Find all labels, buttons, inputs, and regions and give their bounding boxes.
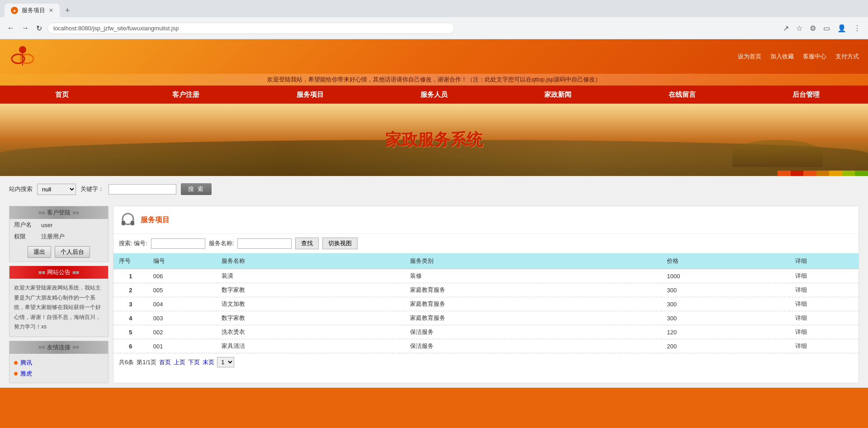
cell-detail-3[interactable]: 详细 xyxy=(790,311,859,325)
friends-header-deco-left: ≡≡ xyxy=(38,344,45,351)
url-bar[interactable]: localhost:8080/jsp_jzfw_site/fuwuxiangmu… xyxy=(47,23,454,34)
main-nav: 首页 客户注册 服务项目 服务人员 家政新闻 在线留言 后台管理 xyxy=(0,86,868,104)
share-icon[interactable]: ↗ xyxy=(781,22,791,34)
bookmark-icon[interactable]: ☆ xyxy=(794,22,804,34)
cell-seq-0: 1 xyxy=(113,269,148,283)
table-row: 6 001 家具清洁 保洁服务 200 详细 xyxy=(113,339,859,353)
search-bar-container: 站内搜索 null 服务项目 服务人员 家政新闻 关键字： 搜 索 xyxy=(0,176,868,201)
login-buttons: 退出 个人后台 xyxy=(9,243,108,262)
nav-message[interactable]: 在线留言 xyxy=(620,86,744,104)
svg-rect-6 xyxy=(131,221,134,225)
nav-news[interactable]: 家政新闻 xyxy=(496,86,620,104)
login-section: ≡≡ 客户登陆 ≡≡ 用户名 user 权限 注册用户 退出 个人后台 xyxy=(9,206,108,262)
search-button[interactable]: 搜 索 xyxy=(181,183,212,195)
pagination-page-select[interactable]: 1 xyxy=(217,357,234,367)
nav-admin[interactable]: 后台管理 xyxy=(744,86,868,104)
friend-link-yahoo[interactable]: 雅虎 xyxy=(14,368,104,379)
left-panel: ≡≡ 客户登陆 ≡≡ 用户名 user 权限 注册用户 退出 个人后台 xyxy=(9,206,108,383)
pagination-first[interactable]: 首页 xyxy=(159,358,171,366)
th-price: 价格 xyxy=(661,253,790,269)
nav-services[interactable]: 服务项目 xyxy=(248,86,372,104)
cell-detail-0[interactable]: 详细 xyxy=(790,269,859,283)
friend-label-yahoo: 雅虎 xyxy=(20,370,32,378)
menu-icon[interactable]: ⋮ xyxy=(852,22,863,34)
th-code: 编号 xyxy=(148,253,217,269)
nav-home[interactable]: 首页 xyxy=(0,86,124,104)
tab-favicon: ● xyxy=(11,7,18,14)
table-row: 4 003 数字家教 家庭教育服务 300 详细 xyxy=(113,311,859,325)
set-homepage-link[interactable]: 设为首页 xyxy=(738,52,761,61)
ss-code-input[interactable] xyxy=(151,238,205,249)
cell-name-4: 洗衣烫衣 xyxy=(216,325,405,339)
login-header-deco-right: ≡≡ xyxy=(72,209,79,216)
table-body: 1 006 装潢 装修 1000 详细 2 005 数字家教 家庭教育服务 30… xyxy=(113,269,859,353)
pagination: 共6条 第1/1页 首页 上页 下页 末页 1 xyxy=(113,353,859,371)
cell-name-2: 语文加教 xyxy=(216,297,405,311)
table-row: 2 005 数字家教 家庭教育服务 300 详细 xyxy=(113,283,859,297)
permission-value: 注册用户 xyxy=(41,233,65,241)
personal-backend-button[interactable]: 个人后台 xyxy=(55,246,90,258)
website: 设为首页 加入收藏 客服中心 支付方式 欢迎登陆我站，希望能给你带来好心情，其他… xyxy=(0,39,868,388)
table-row: 1 006 装潢 装修 1000 详细 xyxy=(113,269,859,283)
customer-service-link[interactable]: 客服中心 xyxy=(803,52,826,61)
ss-name-input[interactable] xyxy=(237,238,292,249)
pagination-next[interactable]: 下页 xyxy=(188,358,200,366)
active-tab[interactable]: ● 服务项目 ✕ xyxy=(5,4,60,17)
login-header-text: 客户登陆 xyxy=(47,209,71,217)
cell-name-3: 数字家教 xyxy=(216,311,405,325)
browser-action-buttons: ↗ ☆ ⚙ ▭ 👤 ⋮ xyxy=(781,22,863,34)
cell-detail-4[interactable]: 详细 xyxy=(790,325,859,339)
extensions-icon[interactable]: ⚙ xyxy=(808,22,818,34)
friends-header: ≡≡ 友情连接 ≡≡ xyxy=(9,341,108,354)
cell-detail-5[interactable]: 详细 xyxy=(790,339,859,353)
search-select[interactable]: null 服务项目 服务人员 家政新闻 xyxy=(37,184,76,195)
close-tab-button[interactable]: ✕ xyxy=(49,7,53,14)
banner-title: 家政服务系统 xyxy=(385,129,483,151)
cell-type-2: 家庭教育服务 xyxy=(405,297,661,311)
friend-link-tencent[interactable]: 腾讯 xyxy=(14,357,104,368)
logout-button[interactable]: 退出 xyxy=(28,246,51,258)
username-value: user xyxy=(41,222,52,228)
forward-button[interactable]: → xyxy=(20,22,31,34)
site-header: 设为首页 加入收藏 客服中心 支付方式 欢迎登陆我站，希望能给你带来好心情，其他… xyxy=(0,39,868,86)
nav-staff[interactable]: 服务人员 xyxy=(372,86,496,104)
new-tab-button[interactable]: + xyxy=(61,4,74,17)
cell-code-4: 002 xyxy=(148,325,217,339)
nav-register[interactable]: 客户注册 xyxy=(124,86,248,104)
cell-seq-2: 3 xyxy=(113,297,148,311)
cell-code-3: 003 xyxy=(148,311,217,325)
cell-name-0: 装潢 xyxy=(216,269,405,283)
logo-area xyxy=(9,43,36,70)
search-bar: 站内搜索 null 服务项目 服务人员 家政新闻 关键字： 搜 索 xyxy=(9,179,859,200)
header-links: 设为首页 加入收藏 客服中心 支付方式 xyxy=(738,52,859,61)
reload-button[interactable]: ↻ xyxy=(34,22,44,34)
friends-body: 腾讯 雅虎 xyxy=(9,354,108,383)
service-table: 序号 编号 服务名称 服务类别 价格 详细 1 006 装潢 装修 1000 详… xyxy=(113,253,859,353)
notice-section: ≡≡ 网站公告 ≡≡ 欢迎大家登陆家政网站系统，我站主要是为广大朋友精心制作的一… xyxy=(9,266,108,337)
username-label: 用户名 xyxy=(14,221,37,229)
cell-name-1: 数字家教 xyxy=(216,283,405,297)
table-row: 3 004 语文加教 家庭教育服务 300 详细 xyxy=(113,297,859,311)
service-search-bar: 搜索: 编号: 服务名称: 查找 切换视图 xyxy=(113,234,859,253)
th-name: 服务名称 xyxy=(216,253,405,269)
headphone-icon xyxy=(119,211,137,229)
ss-switch-button[interactable]: 切换视图 xyxy=(322,238,358,249)
payment-link[interactable]: 支付方式 xyxy=(835,52,859,61)
ss-search-button[interactable]: 查找 xyxy=(295,238,319,249)
cell-name-5: 家具清洁 xyxy=(216,339,405,353)
cell-detail-2[interactable]: 详细 xyxy=(790,297,859,311)
username-row: 用户名 user xyxy=(9,219,108,231)
header-top: 设为首页 加入收藏 客服中心 支付方式 xyxy=(0,39,868,74)
profile-icon[interactable]: 👤 xyxy=(835,22,848,34)
cell-detail-1[interactable]: 详细 xyxy=(790,283,859,297)
pagination-prev[interactable]: 上页 xyxy=(174,358,185,366)
banner: 家政服务系统 xyxy=(0,104,868,176)
back-button[interactable]: ← xyxy=(5,22,16,34)
notice-body: 欢迎大家登陆家政网站系统，我站主要是为广大朋友精心制作的一个系统，希望大家能够在… xyxy=(9,279,108,337)
cell-price-1: 300 xyxy=(661,283,790,297)
pagination-last[interactable]: 末页 xyxy=(203,358,214,366)
add-favorite-link[interactable]: 加入收藏 xyxy=(770,52,794,61)
keyword-input[interactable] xyxy=(108,184,176,195)
sidebar-toggle-icon[interactable]: ▭ xyxy=(821,22,832,34)
friends-header-text: 友情连接 xyxy=(47,343,71,352)
